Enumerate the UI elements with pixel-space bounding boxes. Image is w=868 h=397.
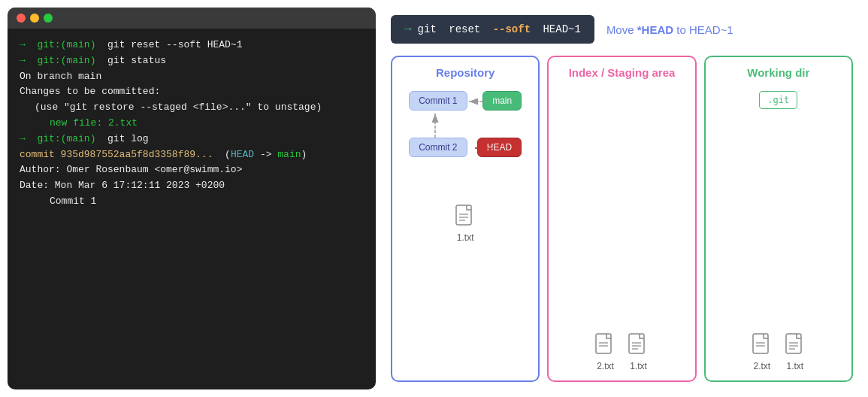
working-title: Working dir <box>747 66 809 79</box>
diagram-section: Repository Commit 1 main Commit 2 <box>391 56 853 382</box>
terminal-line-2: → git:(main) git status <box>20 53 364 69</box>
index-title: Index / Staging area <box>569 66 676 79</box>
index-box: Index / Staging area 2.txt <box>547 56 696 382</box>
terminal-body: → git:(main) git reset --soft HEAD~1 → g… <box>8 29 376 219</box>
terminal-line-10: Date: Mon Mar 6 17:12:11 2023 +0200 <box>20 178 364 194</box>
terminal-titlebar <box>8 8 376 29</box>
arrows-svg <box>401 91 529 181</box>
cmd-soft: --soft <box>486 23 531 35</box>
file-icon-working-2txt <box>752 332 773 358</box>
terminal-line-11: Commit 1 <box>50 194 364 210</box>
command-display: → git reset --soft HEAD~1 Move *HEAD to … <box>391 15 853 44</box>
index-file-1txt: 1.txt <box>628 332 649 371</box>
working-content: .git 2.txt <box>715 85 842 371</box>
to-text: to HEAD~1 <box>673 23 733 36</box>
repo-title: Repository <box>436 66 494 79</box>
svg-rect-5 <box>456 205 471 225</box>
cmd-reset: reset <box>443 23 480 35</box>
file-icon-1txt <box>455 204 476 229</box>
working-file-2txt: 2.txt <box>752 332 773 371</box>
terminal-line-8: commit 935d987552aa5f8d3358f89... (HEAD … <box>20 147 364 163</box>
working-file-1txt-label: 1.txt <box>786 361 803 371</box>
terminal-line-6: new file: 2.txt <box>50 116 364 132</box>
repo-file-1txt: 1.txt <box>455 204 476 243</box>
command-box: → git reset --soft HEAD~1 <box>391 15 594 44</box>
terminal-window: → git:(main) git reset --soft HEAD~1 → g… <box>8 8 376 389</box>
svg-rect-16 <box>753 334 768 353</box>
terminal-line-9: Author: Omer Rosenbaum <omer@swimm.io> <box>20 162 364 178</box>
terminal-line-1: → git:(main) git reset --soft HEAD~1 <box>20 38 364 53</box>
close-dot <box>17 14 26 23</box>
working-files: 2.txt 1.txt <box>752 325 806 371</box>
svg-rect-9 <box>596 334 611 353</box>
terminal-line-5: (use "git restore --staged <file>..." to… <box>35 100 364 116</box>
working-file-2txt-label: 2.txt <box>753 361 770 371</box>
file-icon-working-1txt <box>785 332 806 358</box>
repo-file-1txt-label: 1.txt <box>457 232 474 243</box>
terminal-line-7: → git:(main) git log <box>20 132 364 147</box>
repo-box: Repository Commit 1 main Commit 2 <box>391 56 540 382</box>
svg-rect-12 <box>629 334 644 353</box>
index-file-2txt: 2.txt <box>594 332 615 371</box>
terminal-line-3: On branch main <box>20 69 364 85</box>
repo-content: Commit 1 main Commit 2 HEAD <box>401 85 529 371</box>
index-content: 2.txt 1.txt <box>558 85 685 371</box>
move-text: Move <box>606 23 637 36</box>
head-star: *HEAD <box>637 23 673 36</box>
cmd-git: git <box>418 23 437 35</box>
maximize-dot <box>44 14 53 23</box>
working-box: Working dir .git 2.txt <box>704 56 853 382</box>
command-description: Move *HEAD to HEAD~1 <box>606 23 733 36</box>
svg-rect-19 <box>786 334 801 353</box>
command-arrow-icon: → <box>404 23 412 36</box>
cmd-head: HEAD~1 <box>537 23 581 35</box>
git-dir-box: .git <box>759 91 797 109</box>
index-file-1txt-label: 1.txt <box>630 361 647 371</box>
repo-files: 1.txt <box>455 196 476 243</box>
working-file-1txt: 1.txt <box>785 332 806 371</box>
minimize-dot <box>30 14 39 23</box>
index-file-2txt-label: 2.txt <box>597 361 614 371</box>
index-files: 2.txt 1.txt <box>594 325 649 371</box>
right-section: → git reset --soft HEAD~1 Move *HEAD to … <box>383 0 868 397</box>
file-icon-index-1txt <box>628 332 649 358</box>
file-icon-index-2txt <box>594 332 615 358</box>
terminal-line-4: Changes to be committed: <box>20 84 364 100</box>
